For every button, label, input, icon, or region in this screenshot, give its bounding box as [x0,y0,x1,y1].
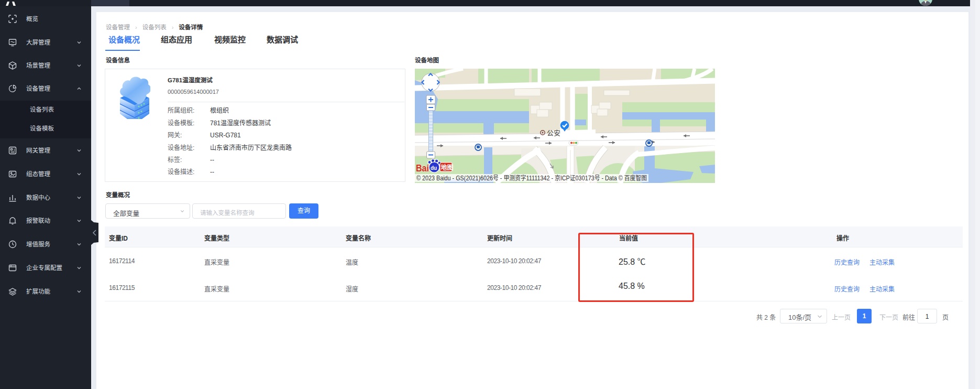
svg-text:© 2023 Baidu - GS(2021)6026号 -: © 2023 Baidu - GS(2021)6026号 - 甲测资字11111… [416,174,647,182]
svg-text:Bai: Bai [416,163,429,174]
svg-text:地图: 地图 [441,164,454,171]
svg-text:公安: 公安 [547,129,560,137]
svg-text:du: du [431,165,437,171]
